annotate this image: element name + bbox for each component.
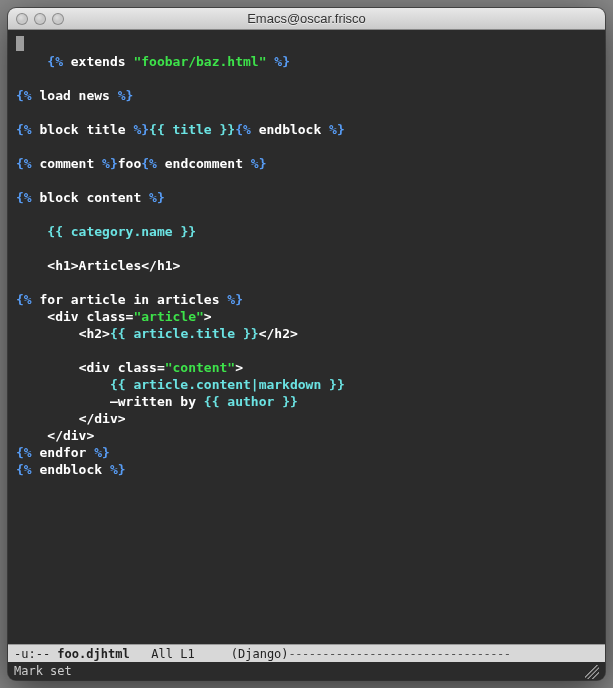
major-mode: (Django) — [202, 647, 289, 661]
tag-close: %} — [227, 292, 243, 307]
tag-close: %} — [102, 156, 118, 171]
modeline-fill: --------------------------------- — [289, 647, 511, 661]
keyword: endfor — [32, 445, 95, 460]
tag-open: {% — [16, 88, 32, 103]
position: All L1 — [130, 647, 202, 661]
tag-close: %} — [329, 122, 345, 137]
tag-close: %} — [94, 445, 110, 460]
resize-grip-icon[interactable] — [585, 665, 599, 679]
string: "article" — [133, 309, 203, 324]
html: <div class= — [47, 309, 133, 324]
var-close: }} — [282, 394, 298, 409]
string: "foobar/baz.html" — [133, 54, 266, 69]
var-close: }} — [243, 326, 259, 341]
variable: category.name — [63, 224, 180, 239]
indent — [16, 428, 47, 443]
var-close: }} — [220, 122, 236, 137]
tag-open: {% — [16, 445, 32, 460]
cursor-icon — [16, 36, 24, 51]
html: > — [235, 360, 243, 375]
var-close: }} — [180, 224, 196, 239]
tag-close: %} — [149, 190, 165, 205]
indent — [16, 360, 79, 375]
text: —written by — [110, 394, 204, 409]
keyword: extends — [63, 54, 133, 69]
tag-open: {% — [16, 462, 32, 477]
tag-close: %} — [110, 462, 126, 477]
string: "content" — [165, 360, 235, 375]
var-open: {{ — [110, 377, 126, 392]
keyword: block content — [32, 190, 149, 205]
var-open: {{ — [47, 224, 63, 239]
mode-line[interactable]: -u:-- foo.djhtml All L1 (Django)--------… — [8, 644, 605, 662]
html: </h2> — [259, 326, 298, 341]
variable: article.content|markdown — [126, 377, 330, 392]
var-open: {{ — [149, 122, 165, 137]
indent — [16, 411, 79, 426]
html: > — [204, 309, 212, 324]
var-close: }} — [329, 377, 345, 392]
tag-close: %} — [133, 122, 149, 137]
text: foo — [118, 156, 141, 171]
keyword: block title — [32, 122, 134, 137]
tag-open: {% — [235, 122, 251, 137]
tag-close: %} — [118, 88, 134, 103]
zoom-icon[interactable] — [52, 13, 64, 25]
html: </div> — [47, 428, 94, 443]
keyword: endcomment — [157, 156, 251, 171]
indent — [16, 309, 47, 324]
tag-open: {% — [16, 190, 32, 205]
indent — [16, 377, 110, 392]
tag-open: {% — [16, 292, 32, 307]
traffic-lights — [16, 13, 64, 25]
tag-open: {% — [16, 122, 32, 137]
var-open: {{ — [204, 394, 220, 409]
minibuffer[interactable]: Mark set — [8, 662, 605, 680]
tag-open: {% — [16, 156, 32, 171]
variable: article.title — [126, 326, 243, 341]
keyword: endblock — [251, 122, 329, 137]
html: </div> — [79, 411, 126, 426]
tag-close: %} — [266, 54, 289, 69]
variable: author — [220, 394, 283, 409]
var-open: {{ — [110, 326, 126, 341]
modeline-status: -u:-- — [14, 647, 57, 661]
minimize-icon[interactable] — [34, 13, 46, 25]
tag-open: {% — [47, 54, 63, 69]
html: <h1>Articles</h1> — [47, 258, 180, 273]
indent — [16, 394, 110, 409]
titlebar[interactable]: Emacs@oscar.frisco — [8, 8, 605, 30]
window-title: Emacs@oscar.frisco — [16, 11, 597, 26]
keyword: for article in articles — [32, 292, 228, 307]
variable: title — [165, 122, 220, 137]
indent — [16, 326, 79, 341]
keyword: comment — [32, 156, 102, 171]
close-icon[interactable] — [16, 13, 28, 25]
tag-open: {% — [141, 156, 157, 171]
keyword: endblock — [32, 462, 110, 477]
keyword: load news — [32, 88, 118, 103]
html: <div class= — [79, 360, 165, 375]
indent — [16, 224, 47, 239]
indent — [16, 258, 47, 273]
editor-area[interactable]: {% extends "foobar/baz.html" %} {% load … — [8, 30, 605, 644]
minibuffer-message: Mark set — [14, 664, 72, 678]
buffer-name: foo.djhtml — [57, 647, 129, 661]
emacs-window: Emacs@oscar.frisco {% extends "foobar/ba… — [8, 8, 605, 680]
html: <h2> — [79, 326, 110, 341]
tag-close: %} — [251, 156, 267, 171]
